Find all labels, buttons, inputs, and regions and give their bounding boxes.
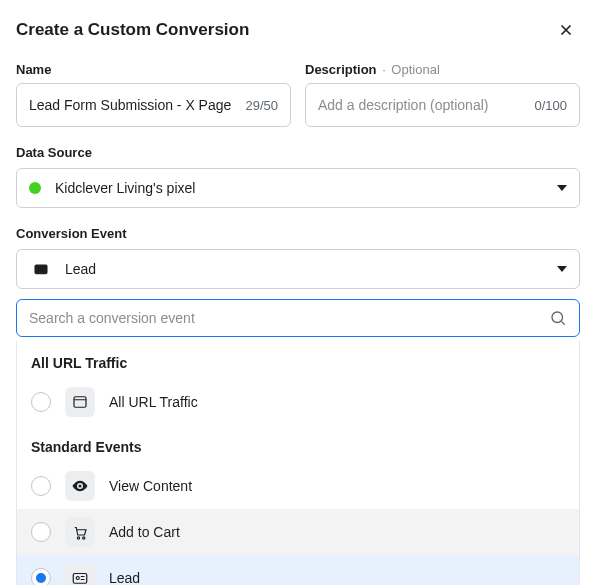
data-source-value: Kidclever Living's pixel [55,180,543,196]
eye-icon [65,471,95,501]
description-counter: 0/100 [534,98,567,113]
group-all-url-traffic: All URL Traffic [17,341,579,379]
conversion-event-value: Lead [65,261,545,277]
lead-icon [29,257,53,281]
name-counter: 29/50 [245,98,278,113]
cart-icon [65,517,95,547]
option-label: View Content [109,478,565,494]
radio-add-to-cart[interactable] [31,522,51,542]
description-label-text: Description [305,62,377,77]
data-source-label: Data Source [16,145,580,160]
option-all-url-traffic[interactable]: All URL Traffic [17,379,579,425]
conversion-search-wrap[interactable] [16,299,580,337]
name-label: Name [16,62,291,77]
search-icon [549,309,567,327]
description-input[interactable] [318,97,526,113]
pixel-status-dot [29,182,41,194]
chevron-down-icon [557,266,567,272]
browser-icon [65,387,95,417]
svg-point-8 [76,577,79,580]
modal-header: Create a Custom Conversion [16,16,580,44]
conversion-event-select[interactable]: Lead [16,249,580,289]
option-lead[interactable]: Lead [17,555,579,585]
description-field: Description · Optional 0/100 [305,62,580,127]
name-description-row: Name 29/50 Description · Optional 0/100 [16,62,580,127]
svg-point-2 [552,312,563,323]
close-button[interactable] [552,16,580,44]
option-label: Lead [109,570,565,585]
lead-icon [65,563,95,585]
name-field: Name 29/50 [16,62,291,127]
radio-lead[interactable] [31,568,51,585]
description-optional: Optional [391,62,439,77]
option-label: All URL Traffic [109,394,565,410]
svg-point-1 [38,268,41,271]
option-view-content[interactable]: View Content [17,463,579,509]
group-standard-events: Standard Events [17,425,579,463]
conversion-event-dropdown[interactable]: All URL Traffic All URL Traffic Standard… [16,341,580,585]
svg-rect-7 [73,574,87,584]
description-label: Description · Optional [305,62,580,77]
description-input-wrap[interactable]: 0/100 [305,83,580,127]
svg-rect-0 [35,265,47,274]
svg-point-5 [77,537,79,539]
radio-view-content[interactable] [31,476,51,496]
custom-conversion-modal: Create a Custom Conversion Name 29/50 De… [0,0,596,585]
close-icon [557,21,575,39]
data-source-select[interactable]: Kidclever Living's pixel [16,168,580,208]
svg-point-4 [79,485,82,488]
option-add-to-cart[interactable]: Add to Cart [17,509,579,555]
name-input-wrap[interactable]: 29/50 [16,83,291,127]
modal-title: Create a Custom Conversion [16,20,249,40]
chevron-down-icon [557,185,567,191]
radio-all-url-traffic[interactable] [31,392,51,412]
svg-rect-3 [74,397,86,408]
name-input[interactable] [29,97,237,113]
conversion-search-input[interactable] [29,310,549,326]
option-label: Add to Cart [109,524,565,540]
conversion-event-label: Conversion Event [16,226,580,241]
svg-point-6 [83,537,85,539]
